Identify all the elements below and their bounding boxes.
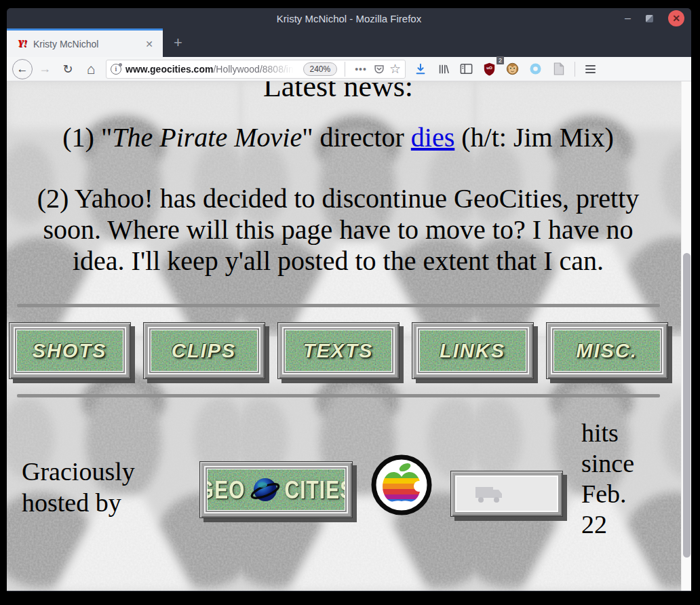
new-tab-button[interactable]: + <box>163 28 193 57</box>
tampermonkey-button[interactable] <box>502 59 524 79</box>
hits-since-text: hits since Feb. 22 <box>581 418 655 540</box>
permission-dot-icon <box>119 63 122 66</box>
svg-text:uO: uO <box>487 65 493 70</box>
download-icon <box>414 63 427 75</box>
nav-button-clips[interactable]: CLIPS <box>143 322 265 379</box>
library-button[interactable] <box>433 59 454 79</box>
ublock-origin-button[interactable]: uO 2 <box>479 59 501 79</box>
nav-button-misc[interactable]: MISC. <box>546 322 668 379</box>
horizontal-rule-bottom <box>17 394 660 397</box>
tab-close-icon[interactable]: ✕ <box>142 37 156 51</box>
hit-counter-frame <box>450 471 563 517</box>
zoom-level-indicator[interactable]: 240% <box>303 62 338 76</box>
window-controls: – ✕ <box>625 8 684 28</box>
sidebar-toggle-button[interactable] <box>456 59 478 79</box>
apple-logo-icon[interactable] <box>371 454 432 515</box>
nav-button-links[interactable]: LINKS <box>412 322 534 379</box>
minimize-button[interactable]: – <box>625 15 631 22</box>
hosted-by-text: Graciously hosted by <box>22 456 181 518</box>
forward-button[interactable]: → <box>34 59 56 79</box>
urlbar-divider <box>345 62 345 77</box>
yahoo-favicon-icon: Y! <box>18 39 27 50</box>
page-actions-icon[interactable]: ••• <box>353 64 369 75</box>
browser-viewport: Latest news: (1) "The Pirate Movie" dire… <box>7 81 691 591</box>
bookmark-star-icon[interactable]: ☆ <box>389 61 401 77</box>
url-host: www.geocities.com <box>125 64 213 75</box>
url-text[interactable]: www.geocities.com/Hollywood/8808/ind <box>125 64 299 75</box>
scrollbar-thumb[interactable] <box>683 253 691 558</box>
tab-bar: Y! Kristy McNichol ✕ + <box>7 28 691 57</box>
globe-icon <box>250 474 281 505</box>
site-info-icon[interactable]: i <box>111 64 121 75</box>
vertical-scrollbar[interactable] <box>681 81 691 591</box>
tab-kristy-mcnichol[interactable]: Y! Kristy McNichol ✕ <box>7 28 163 57</box>
page-heading: Latest news: <box>7 81 669 103</box>
nav-button-shots[interactable]: SHOTS <box>9 322 131 379</box>
news-item-1: (1) "The Pirate Movie" director dies (h/… <box>40 122 637 153</box>
menu-button[interactable] <box>580 59 602 79</box>
monkey-icon <box>506 62 519 75</box>
news-item-2: (2) Yahoo! has decided to discontinue Ge… <box>20 183 657 277</box>
tab-title: Kristy McNichol <box>33 39 136 50</box>
movie-title: The Pirate Movie <box>112 122 302 153</box>
hit-counter-image <box>455 475 558 512</box>
reload-button[interactable]: ↻ <box>57 59 79 79</box>
window-title: Kristy McNichol - Mozilla Firefox <box>277 13 421 24</box>
pocket-icon[interactable] <box>373 63 385 75</box>
nav-button-row: SHOTS CLIPS TEXTS <box>7 322 669 379</box>
restore-button[interactable] <box>646 15 653 22</box>
library-icon <box>438 63 450 75</box>
geocities-page: Latest news: (1) "The Pirate Movie" dire… <box>7 81 669 580</box>
nav-button-texts[interactable]: TEXTS <box>277 322 400 379</box>
horizontal-rule-top <box>17 304 660 307</box>
geocities-logo-button[interactable]: GEO CITIES <box>199 461 353 518</box>
title-bar[interactable]: Kristy McNichol - Mozilla Firefox – ✕ <box>7 8 691 28</box>
mail-truck-icon <box>474 483 504 505</box>
ublock-badge: 2 <box>497 56 504 64</box>
home-button[interactable]: ⌂ <box>80 59 102 79</box>
firefox-window: Kristy McNichol - Mozilla Firefox – ✕ Y!… <box>7 8 691 591</box>
blue-ring-icon <box>530 63 541 75</box>
url-path: /Hollywood/8808/ind <box>213 64 298 75</box>
extension-ring-button[interactable] <box>525 59 547 79</box>
footer-row: Graciously hosted by GEO CITIES <box>7 404 669 518</box>
dies-link[interactable]: dies <box>411 122 454 153</box>
toolbar-divider <box>575 62 575 77</box>
ublock-shield-icon: uO <box>483 62 496 76</box>
url-bar[interactable]: i www.geocities.com/Hollywood/8808/ind 2… <box>106 60 406 79</box>
hamburger-icon <box>585 65 596 66</box>
close-window-button[interactable]: ✕ <box>668 10 684 26</box>
downloads-button[interactable] <box>410 59 431 79</box>
navigation-toolbar: ← → ↻ ⌂ i www.geocities.com/Hollywood/88… <box>7 57 691 81</box>
page-icon <box>553 62 564 75</box>
back-button[interactable]: ← <box>12 59 33 79</box>
close-icon: ✕ <box>672 13 680 24</box>
reader-page-button[interactable] <box>548 59 570 79</box>
sidebar-icon <box>460 63 473 75</box>
